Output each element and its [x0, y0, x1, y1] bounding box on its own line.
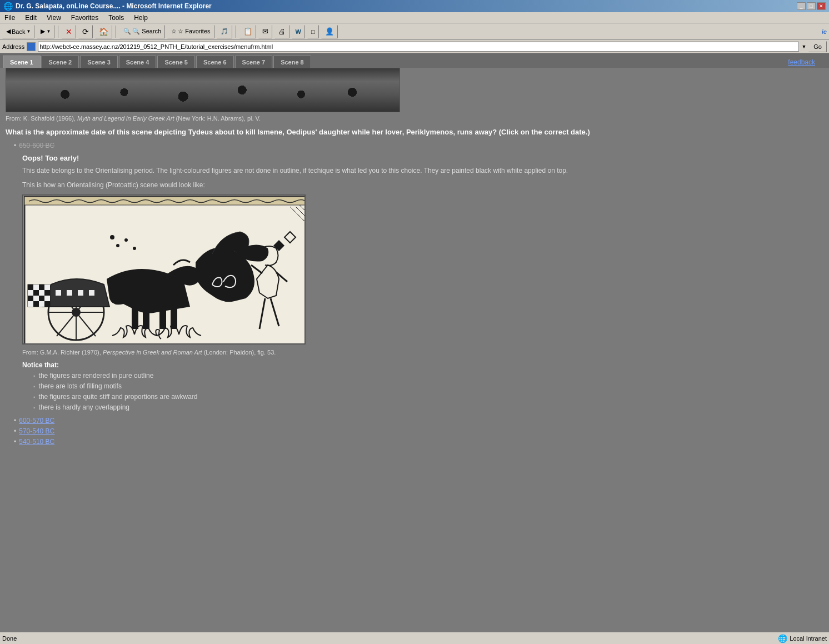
svg-point-28: [133, 247, 136, 250]
discuss-button[interactable]: □: [307, 25, 319, 38]
back-icon: ◀: [6, 28, 11, 35]
mail-button[interactable]: ✉: [258, 25, 272, 38]
discuss-icon: □: [311, 28, 315, 35]
svg-rect-51: [39, 301, 44, 307]
minimize-button[interactable]: _: [797, 2, 806, 10]
notice-item-3: the figures are quite stiff and proporti…: [33, 393, 807, 401]
svg-rect-46: [33, 296, 39, 301]
toolbar-separator-2: [116, 26, 116, 38]
svg-rect-47: [39, 296, 44, 301]
zone-info: 🌐 Local Intranet: [778, 634, 827, 643]
tab-scene-6[interactable]: Scene 6: [196, 56, 234, 68]
svg-rect-14: [78, 290, 83, 296]
zone-icon: 🌐: [778, 634, 787, 643]
notice-item-1: the figures are rendered in pure outline: [33, 372, 807, 380]
pottery-pattern: [6, 68, 399, 112]
address-bar: Address ▼ Go: [0, 40, 829, 53]
favorites-button[interactable]: ☆ ☆ Favorites: [167, 25, 214, 38]
tab-scene-8[interactable]: Scene 8: [273, 56, 311, 68]
svg-rect-52: [44, 301, 50, 307]
svg-rect-44: [44, 290, 50, 296]
feedback-link[interactable]: feedback: [788, 58, 815, 68]
window-controls[interactable]: _ □ ✕: [797, 2, 826, 10]
answer-650-600[interactable]: 650-600 BC: [14, 142, 823, 149]
top-caption: From: K. Schafold (1966), Myth and Legen…: [6, 115, 823, 122]
mail-icon: ✉: [262, 27, 268, 36]
messenger-button[interactable]: 👤: [321, 25, 338, 38]
history-button[interactable]: 📋: [239, 25, 256, 38]
word-button[interactable]: W: [292, 25, 305, 38]
close-button[interactable]: ✕: [817, 2, 826, 10]
top-pottery-image: [6, 68, 400, 112]
svg-rect-9: [50, 290, 56, 296]
stop-icon: ✕: [66, 27, 72, 36]
bottom-answer-600-570: 600-570 BC: [14, 417, 823, 425]
notice-label: Notice that:: [22, 361, 807, 369]
svg-rect-50: [33, 301, 39, 307]
feedback-paragraph-2: This is how an Orientalising (Protoattic…: [22, 180, 807, 190]
svg-rect-16: [89, 290, 94, 296]
go-button[interactable]: Go: [808, 41, 827, 52]
menu-view[interactable]: View: [44, 13, 63, 22]
tab-scene-7[interactable]: Scene 7: [235, 56, 273, 68]
media-button[interactable]: 🎵: [217, 25, 232, 38]
svg-rect-19: [143, 307, 149, 329]
word-icon: W: [296, 28, 301, 35]
svg-rect-45: [28, 296, 33, 301]
stop-button[interactable]: ✕: [62, 25, 76, 38]
status-text: Done: [2, 635, 17, 642]
home-button[interactable]: 🏠: [95, 25, 112, 38]
feedback-title: Oops! Too early!: [22, 154, 807, 162]
main-content: From: K. Schafold (1966), Myth and Legen…: [0, 68, 829, 632]
tab-scene-5[interactable]: Scene 5: [157, 56, 195, 68]
svg-rect-42: [33, 290, 39, 296]
orientalising-image: [22, 194, 306, 345]
refresh-button[interactable]: ⟳: [78, 25, 93, 38]
svg-rect-10: [56, 290, 61, 296]
address-dropdown-icon[interactable]: ▼: [801, 44, 806, 49]
svg-point-26: [116, 244, 119, 247]
messenger-icon: 👤: [325, 27, 334, 36]
refresh-icon: ⟳: [82, 27, 89, 36]
link-600-570[interactable]: 600-570 BC: [19, 417, 54, 425]
back-button[interactable]: ◀ Back ▼: [2, 25, 34, 38]
svg-point-27: [124, 238, 128, 242]
ie-logo: ie: [822, 28, 827, 35]
menu-help[interactable]: Help: [132, 13, 150, 22]
tab-scene-2[interactable]: Scene 2: [42, 56, 79, 68]
svg-rect-18: [132, 307, 138, 329]
svg-rect-35: [24, 197, 306, 205]
menu-favorites[interactable]: Favorites: [69, 13, 101, 22]
star-icon: ☆: [171, 28, 177, 35]
svg-rect-41: [28, 290, 33, 296]
svg-rect-11: [61, 290, 67, 296]
tab-scene-1[interactable]: Scene 1: [3, 56, 41, 68]
first-answer-list: 650-600 BC: [6, 142, 823, 149]
svg-point-29: [110, 235, 114, 239]
svg-rect-43: [39, 290, 44, 296]
search-button[interactable]: 🔍 🔍 Search: [119, 25, 165, 38]
svg-rect-17: [94, 290, 100, 296]
forward-button[interactable]: ▶ ▼: [37, 25, 54, 38]
maximize-button[interactable]: □: [807, 2, 816, 10]
menu-file[interactable]: File: [2, 13, 17, 22]
notice-item-4: there is hardly any overlapping: [33, 403, 807, 411]
forward-icon: ▶: [41, 28, 45, 35]
link-570-540[interactable]: 570-540 BC: [19, 427, 54, 435]
address-input[interactable]: [38, 42, 799, 52]
forward-dropdown-icon: ▼: [46, 29, 51, 34]
ie-icon: 🌐: [3, 2, 13, 11]
richter-caption: From: G.M.A. Richter (1970), Perspective…: [22, 349, 807, 356]
tab-scene-3[interactable]: Scene 3: [80, 56, 118, 68]
print-button[interactable]: 🖨: [274, 25, 289, 38]
tab-scene-4[interactable]: Scene 4: [119, 56, 157, 68]
menu-edit[interactable]: Edit: [23, 13, 39, 22]
search-icon: 🔍: [123, 28, 131, 35]
svg-rect-15: [83, 290, 89, 296]
link-540-510[interactable]: 540-510 BC: [19, 438, 54, 446]
top-image-container: [0, 68, 829, 112]
svg-rect-20: [159, 307, 166, 329]
home-icon: 🏠: [99, 27, 108, 36]
menu-tools[interactable]: Tools: [106, 13, 126, 22]
feedback-box: Oops! Too early! This date belongs to th…: [22, 154, 807, 411]
